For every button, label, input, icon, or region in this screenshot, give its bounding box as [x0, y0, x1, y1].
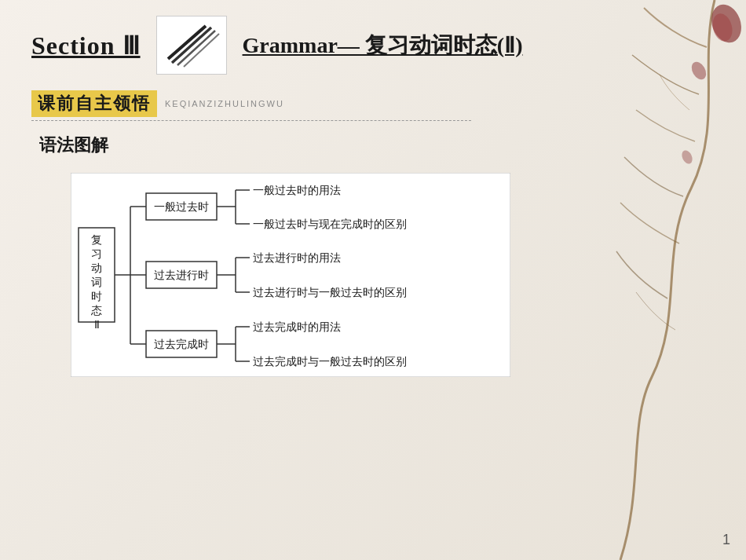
svg-line-7: [168, 26, 206, 59]
svg-text:习: 习: [91, 248, 102, 260]
svg-text:动: 动: [91, 262, 102, 274]
header-section: Section Ⅲ Grammar— 复习动词时态(Ⅱ): [31, 16, 715, 75]
content-wrapper: Section Ⅲ Grammar— 复习动词时态(Ⅱ) 课前自主领悟 KEQI…: [0, 0, 746, 396]
grammar-title: Grammar— 复习动词时态(Ⅱ): [243, 31, 523, 60]
section-title: Section Ⅲ: [31, 31, 141, 60]
svg-text:一般过去时的用法: 一般过去时的用法: [253, 185, 341, 196]
svg-text:过去进行时与一般过去时的区别: 过去进行时与一般过去时的区别: [253, 287, 407, 298]
svg-text:过去完成时: 过去完成时: [154, 339, 209, 350]
svg-text:过去进行时的用法: 过去进行时的用法: [253, 252, 341, 264]
svg-text:复: 复: [91, 234, 102, 246]
svg-text:词: 词: [91, 276, 102, 288]
svg-text:过去完成时与一般过去时的区别: 过去完成时与一般过去时的区别: [253, 356, 407, 368]
svg-text:Ⅱ: Ⅱ: [94, 319, 100, 331]
grammar-section-title: 语法图解: [39, 134, 715, 157]
banner-label: 课前自主领悟: [31, 90, 157, 117]
section-banner: 课前自主领悟 KEQIANZIZHULINGWU: [31, 90, 471, 121]
diagram-svg: 复 习 动 词 时 态 Ⅱ 一般过去时 过去进行时: [71, 173, 510, 377]
banner-pinyin: KEQIANZIZHULINGWU: [165, 99, 284, 108]
page-number: 1: [722, 532, 730, 548]
svg-text:时: 时: [91, 291, 102, 302]
svg-text:态: 态: [90, 305, 102, 317]
svg-text:过去进行时: 过去进行时: [154, 269, 209, 281]
logo-icon: [160, 20, 223, 71]
svg-text:一般过去时与现在完成时的区别: 一般过去时与现在完成时的区别: [253, 218, 407, 230]
svg-text:一般过去时: 一般过去时: [154, 201, 209, 213]
logo-box: [156, 16, 227, 75]
svg-line-4: [172, 27, 211, 63]
diagram-container: 复 习 动 词 时 态 Ⅱ 一般过去时 过去进行时: [71, 173, 715, 380]
svg-text:过去完成时的用法: 过去完成时的用法: [253, 321, 341, 333]
